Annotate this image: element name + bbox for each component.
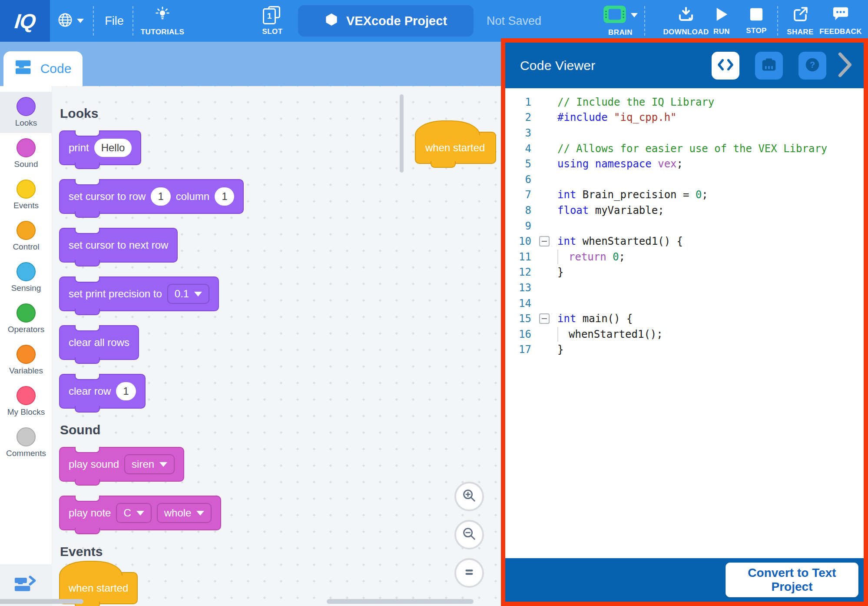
- code-viewer-panel: Code Viewer: [501, 38, 868, 606]
- block-label: set cursor to next row: [69, 239, 168, 251]
- fold-toggle[interactable]: [539, 313, 550, 324]
- block-dropdown[interactable]: 0.1: [167, 284, 209, 304]
- sidebar-category-my-blocks[interactable]: My Blocks: [0, 381, 52, 422]
- palette-block-clear-row[interactable]: clear row1: [59, 374, 146, 409]
- lightbulb-icon: [154, 6, 171, 25]
- indent-guide: [557, 250, 569, 264]
- chevron-down-icon: [136, 511, 144, 516]
- code-token: ;: [619, 251, 625, 263]
- collapse-panel-button[interactable]: [838, 51, 852, 80]
- code-view-button[interactable]: [712, 52, 739, 80]
- code-token: ;: [677, 158, 683, 170]
- block-label: print: [69, 142, 89, 154]
- palette-block-play-note[interactable]: play noteCwhole: [59, 496, 221, 530]
- toolbar-divider: [93, 6, 94, 36]
- file-menu-label: File: [105, 14, 124, 28]
- sidebar-category-comments[interactable]: Comments: [0, 422, 52, 463]
- block-label: clear row: [69, 385, 111, 397]
- palette-block-set-cursor-to-row[interactable]: set cursor to row1column1: [59, 179, 244, 214]
- language-menu-button[interactable]: [53, 0, 88, 42]
- file-menu-button[interactable]: File: [98, 0, 130, 42]
- code-token: whenStarted1();: [569, 328, 663, 340]
- block-text-input[interactable]: Hello: [94, 139, 132, 157]
- tutorials-button[interactable]: TUTORIALS: [138, 0, 187, 42]
- zoom-reset-button[interactable]: [454, 558, 484, 588]
- code-line: 9: [511, 218, 864, 234]
- block-dropdown[interactable]: siren: [124, 454, 175, 474]
- code-text: #include "iq_cpp.h": [557, 111, 677, 123]
- code-text: // Include the IQ Library: [557, 96, 714, 108]
- palette-block-play-sound[interactable]: play soundsiren: [59, 447, 184, 482]
- zoom-out-icon: [461, 526, 477, 544]
- chevron-down-icon: [631, 11, 638, 19]
- code-brackets-icon: [717, 58, 734, 73]
- brain-button[interactable]: BRAIN: [596, 0, 645, 42]
- iq-logo-text: IQ: [13, 9, 36, 33]
- block-text-input[interactable]: 1: [116, 382, 136, 400]
- code-text: whenStarted1();: [557, 327, 663, 342]
- run-button[interactable]: RUN: [709, 0, 734, 42]
- canvas-horizontal-scrollbar[interactable]: [327, 599, 474, 604]
- download-button[interactable]: DOWNLOAD: [663, 0, 709, 42]
- share-button[interactable]: SHARE: [784, 0, 817, 42]
- tab-code[interactable]: Code: [3, 51, 83, 86]
- stop-label: STOP: [746, 27, 767, 35]
- slot-button[interactable]: 1 SLOT: [251, 0, 294, 42]
- code-editor[interactable]: 1// Include the IQ Library2#include "iq_…: [505, 88, 864, 558]
- code-token: ;: [702, 189, 708, 201]
- palette-vertical-scrollbar[interactable]: [400, 94, 404, 173]
- help-button[interactable]: ?: [798, 52, 826, 80]
- sidebar-category-control[interactable]: Control: [0, 216, 52, 257]
- palette-block-set-print-precision-to[interactable]: set print precision to0.1: [59, 276, 219, 311]
- code-line: 14: [511, 296, 864, 311]
- fold-toggle[interactable]: [539, 236, 550, 246]
- project-title-button[interactable]: VEXcode Project: [298, 5, 474, 37]
- toolbar: IQ File: [0, 0, 868, 42]
- canvas-when-started-block[interactable]: when started: [415, 132, 496, 164]
- globe-icon: [57, 12, 73, 30]
- sidebar-category-events[interactable]: Events: [0, 174, 52, 216]
- zoom-in-icon: [461, 487, 477, 506]
- block-dropdown[interactable]: whole: [157, 503, 212, 523]
- sidebar-category-looks[interactable]: Looks: [0, 92, 52, 133]
- block-label: column: [176, 190, 209, 203]
- sidebar-category-sensing[interactable]: Sensing: [0, 257, 52, 298]
- line-number: 4: [511, 143, 531, 155]
- brain-icon: [603, 5, 626, 25]
- zoom-out-button[interactable]: [454, 520, 484, 549]
- code-token: namespace: [595, 158, 652, 170]
- line-number: 7: [511, 189, 531, 201]
- sidebar-category-sound[interactable]: Sound: [0, 133, 52, 174]
- palette-block-print[interactable]: printHello: [59, 130, 141, 165]
- convert-to-text-button[interactable]: Convert to Text Project: [726, 563, 858, 597]
- question-icon: ?: [804, 57, 821, 75]
- code-line: 4// Allows for easier use of the VEX Lib…: [511, 141, 864, 156]
- block-palette: LooksprintHelloset cursor to row1column1…: [59, 86, 337, 606]
- code-token: [652, 158, 658, 170]
- sidebar-category-operators[interactable]: Operators: [0, 298, 52, 340]
- dropdown-value: whole: [164, 507, 192, 519]
- code-line: 13: [511, 280, 864, 296]
- line-number: 16: [511, 328, 531, 340]
- block-text-input[interactable]: 1: [215, 187, 234, 206]
- palette-block-set-cursor-to-next-row[interactable]: set cursor to next row: [59, 228, 178, 263]
- category-color-dot: [17, 138, 36, 157]
- code-line: 1// Include the IQ Library: [511, 94, 864, 110]
- save-status: Not Saved: [486, 0, 542, 42]
- chevron-down-icon: [196, 511, 204, 516]
- stop-button[interactable]: STOP: [742, 0, 771, 42]
- brain-view-button[interactable]: [755, 52, 783, 80]
- palette-block-clear-all-rows[interactable]: clear all rows: [59, 325, 139, 360]
- code-text: }: [557, 343, 563, 356]
- block-dropdown[interactable]: C: [116, 503, 151, 523]
- code-text: }: [557, 266, 563, 278]
- code-token: }: [557, 343, 563, 356]
- feedback-button[interactable]: FEEDBACK: [818, 0, 863, 42]
- code-text: using namespace vex;: [557, 158, 683, 170]
- line-number: 14: [511, 297, 531, 310]
- palette-horizontal-scrollbar[interactable]: [0, 599, 83, 604]
- zoom-in-button[interactable]: [454, 482, 484, 511]
- sidebar-category-variables[interactable]: Variables: [0, 340, 52, 381]
- block-text-input[interactable]: 1: [151, 187, 170, 206]
- category-color-dot: [17, 427, 36, 446]
